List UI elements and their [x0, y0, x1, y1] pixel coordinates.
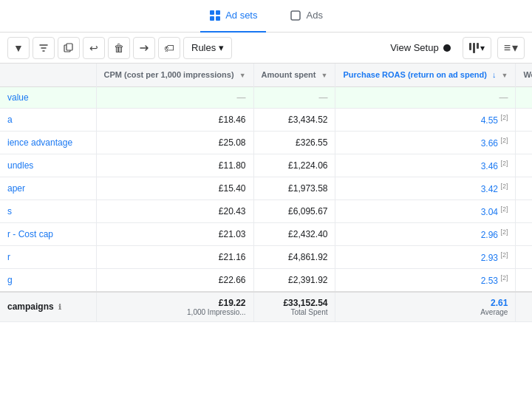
col-header-purchase-roas[interactable]: Purchase ROAS (return on ad spend) ↓ ▼ [335, 64, 516, 86]
view-setup-button[interactable]: View Setup [384, 39, 457, 56]
breakdown-icon: ≡ [504, 41, 511, 55]
row-website-roas: 3.42 [2] [516, 177, 532, 200]
row-website-roas: 3.46 [2] [516, 154, 532, 177]
table-row: value — — — — — — [0, 86, 532, 108]
svg-rect-6 [66, 44, 72, 50]
row-amount-spent: £4,861.92 [253, 245, 335, 268]
svg-rect-2 [210, 16, 214, 21]
column-view-button[interactable]: ▾ [463, 37, 491, 59]
summary-info-icon: ℹ [58, 303, 61, 311]
row-amount-spent: £1,973.58 [253, 177, 335, 200]
roas-sort-icon: ↓ [492, 69, 497, 80]
row-website-roas: 3.04 [2] [516, 200, 532, 222]
summary-row: campaigns ℹ £19.22 1,000 Impressio... £3… [0, 292, 532, 322]
column-icon [469, 43, 479, 53]
col-chevron: ▾ [480, 43, 485, 53]
row-name[interactable]: r - Cost cap [0, 222, 96, 245]
row-purchase-roas: 3.04 [2] [335, 200, 516, 222]
row-purchase-roas: 3.46 [2] [335, 154, 516, 177]
row-cpm: £11.80 [96, 154, 253, 177]
col-header-name [0, 64, 96, 86]
rules-chevron: ▾ [219, 42, 224, 53]
tab-ads-label: Ads [306, 10, 322, 21]
cpm-filter-icon: ▼ [239, 72, 246, 81]
view-dot [443, 44, 451, 52]
table-row: g £22.66 £2,391.92 2.53 [2] 2.53 [2] £6,… [0, 268, 532, 292]
row-website-roas: 2.96 [2] [516, 222, 532, 245]
toolbar-right: View Setup ▾ ≡ ▾ [384, 37, 525, 59]
row-amount-spent: — [253, 86, 335, 108]
svg-rect-3 [216, 16, 220, 21]
test-button[interactable] [33, 37, 55, 59]
row-cpm: £22.66 [96, 268, 253, 292]
svg-rect-1 [216, 10, 220, 15]
table-row: undles £11.80 £1,224.06 3.46 [2] 3.46 [2… [0, 154, 532, 177]
row-website-roas: 2.53 [2] [516, 268, 532, 292]
rules-dropdown[interactable]: Rules ▾ [183, 37, 232, 59]
tag-button[interactable]: 🏷 [158, 37, 180, 59]
ad-sets-table: CPM (cost per 1,000 impressions) ▼ Amoun… [0, 64, 532, 322]
rules-label: Rules [191, 42, 216, 53]
summary-label-cell: campaigns ℹ [0, 292, 96, 322]
table-row: s £20.43 £6,095.67 3.04 [2] 3.04 [2] £18… [0, 200, 532, 222]
table-row: ience advantage £25.08 £326.55 3.66 [2] … [0, 131, 532, 154]
row-amount-spent: £3,434.52 [253, 108, 335, 131]
ads-icon [290, 10, 301, 21]
amount-filter-icon: ▼ [321, 72, 328, 81]
row-name[interactable]: aper [0, 177, 96, 200]
row-website-roas: 3.66 [2] [516, 131, 532, 154]
roas-filter-icon: ▼ [501, 72, 508, 81]
table-row: a £18.46 £3,434.52 4.55 [2] 4.55 [2] £15… [0, 108, 532, 131]
top-navigation-bar: Ad sets Ads [0, 0, 532, 33]
review-button[interactable] [133, 37, 155, 59]
row-cpm: — [96, 86, 253, 108]
summary-campaigns-label: campaigns [7, 301, 54, 312]
table-row: r - Cost cap £21.03 £2,432.40 2.96 [2] 2… [0, 222, 532, 245]
col-header-website-roas[interactable]: Website purchase ROAS (return... ▼ [516, 64, 532, 86]
tab-ad-sets[interactable]: Ad sets [200, 0, 266, 33]
row-cpm: £18.46 [96, 108, 253, 131]
row-purchase-roas: 2.93 [2] [335, 245, 516, 268]
filter-button[interactable]: ▼ [7, 37, 30, 59]
svg-rect-0 [210, 10, 214, 15]
row-website-roas: — [516, 86, 532, 108]
row-name[interactable]: value [0, 86, 96, 108]
ad-sets-icon [209, 10, 221, 21]
row-amount-spent: £6,095.67 [253, 200, 335, 222]
breakdown-button[interactable]: ≡ ▾ [497, 37, 525, 59]
row-purchase-roas: 4.55 [2] [335, 108, 516, 131]
row-name[interactable]: g [0, 268, 96, 292]
table-row: r £21.16 £4,861.92 2.93 [2] 2.93 [2] £14… [0, 245, 532, 268]
tab-ad-sets-label: Ad sets [225, 10, 257, 21]
row-cpm: £21.16 [96, 245, 253, 268]
tab-ads[interactable]: Ads [281, 0, 331, 33]
table-row: aper £15.40 £1,973.58 3.42 [2] 3.42 [2] … [0, 177, 532, 200]
row-cpm: £25.08 [96, 131, 253, 154]
summary-purchase-roas: 2.61 Average [335, 292, 516, 322]
summary-website-roas: 2.61 Average [516, 292, 532, 322]
toolbar: ▼ ↩ 🗑 🏷 Rules ▾ View Setup [0, 33, 532, 64]
row-name[interactable]: undles [0, 154, 96, 177]
row-amount-spent: £326.55 [253, 131, 335, 154]
svg-rect-4 [291, 11, 300, 20]
row-name[interactable]: r [0, 245, 96, 268]
summary-cpm: £19.22 1,000 Impressio... [96, 292, 253, 322]
row-website-roas: 2.93 [2] [516, 245, 532, 268]
row-purchase-roas: 2.96 [2] [335, 222, 516, 245]
duplicate-button[interactable] [58, 37, 80, 59]
row-purchase-roas: — [335, 86, 516, 108]
row-website-roas: 4.55 [2] [516, 108, 532, 131]
row-amount-spent: £1,224.06 [253, 154, 335, 177]
row-name[interactable]: ience advantage [0, 131, 96, 154]
view-setup-label: View Setup [390, 42, 439, 53]
row-name[interactable]: a [0, 108, 96, 131]
row-amount-spent: £2,432.40 [253, 222, 335, 245]
row-cpm: £20.43 [96, 200, 253, 222]
table-header-row: CPM (cost per 1,000 impressions) ▼ Amoun… [0, 64, 532, 86]
undo-button[interactable]: ↩ [83, 37, 105, 59]
delete-button[interactable]: 🗑 [108, 37, 130, 59]
row-cpm: £21.03 [96, 222, 253, 245]
col-header-cpm[interactable]: CPM (cost per 1,000 impressions) ▼ [96, 64, 253, 86]
col-header-amount-spent[interactable]: Amount spent ▼ [253, 64, 335, 86]
row-name[interactable]: s [0, 200, 96, 222]
